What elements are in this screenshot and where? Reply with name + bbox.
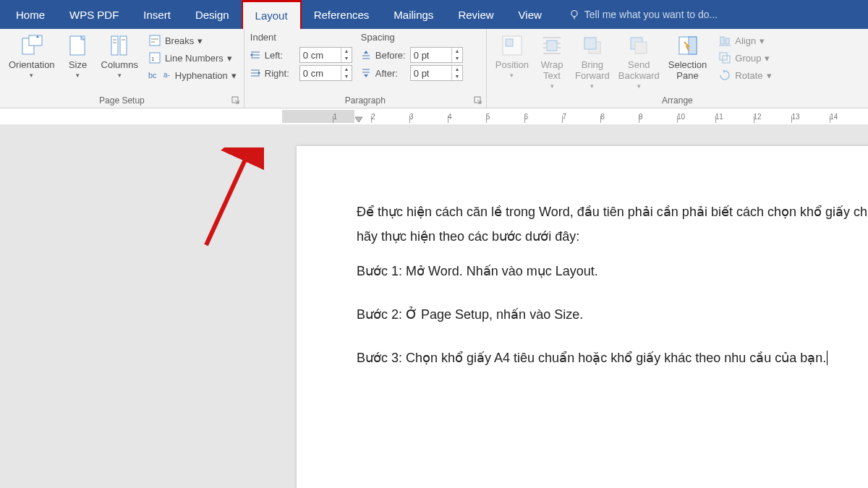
orientation-button[interactable]: Orientation ▾	[4, 32, 59, 80]
spacing-before-input[interactable]	[411, 50, 451, 61]
indent-left-input[interactable]	[300, 50, 341, 61]
ruler-mark: 2	[371, 113, 409, 121]
ribbon-body: Orientation ▾ Size ▾ Columns ▾	[0, 29, 868, 108]
spin-up-icon[interactable]: ▴	[341, 48, 352, 55]
indent-left-spinner[interactable]: ▴▾	[299, 47, 352, 63]
group-paragraph: Indent Left: ▴▾ Right: ▴▾	[244, 29, 487, 108]
tab-design[interactable]: Design	[183, 0, 242, 29]
svg-rect-25	[689, 37, 697, 54]
bring-forward-icon	[580, 33, 605, 58]
page[interactable]: Để thực hiện cách căn lề trong Word, đầu…	[297, 146, 868, 488]
send-backward-button[interactable]: Send Backward ▾	[614, 32, 664, 91]
ruler-mark: 9	[639, 113, 677, 121]
svg-rect-27	[726, 38, 729, 44]
tab-layout[interactable]: Layout	[242, 0, 302, 29]
align-button[interactable]: Align ▾	[715, 33, 774, 48]
doc-paragraph[interactable]: Bước 3: Chọn khổ giấy A4 tiêu chuẩn hoặc…	[357, 348, 868, 369]
group-label-paragraph: Paragraph	[249, 95, 482, 108]
lightbulb-icon	[569, 9, 580, 20]
indent-right-input[interactable]	[300, 68, 341, 79]
tell-me-search[interactable]: Tell me what you want to do...	[554, 0, 718, 29]
position-button[interactable]: Position ▾	[491, 32, 533, 80]
svg-text:1: 1	[151, 56, 155, 62]
tab-mailings[interactable]: Mailings	[381, 0, 446, 29]
tab-references[interactable]: References	[302, 0, 382, 29]
group-page-setup: Orientation ▾ Size ▾ Columns ▾	[0, 29, 244, 108]
dropdown-caret-icon: ▾	[227, 53, 232, 64]
spin-down-icon[interactable]: ▾	[452, 55, 462, 62]
indent-right-spinner[interactable]: ▴▾	[299, 65, 352, 81]
indent-title: Indent	[249, 32, 352, 43]
tab-view[interactable]: View	[506, 0, 554, 29]
doc-paragraph[interactable]: hãy thực hiện theo các bước dưới đây:	[357, 227, 868, 247]
tab-review[interactable]: Review	[446, 0, 506, 29]
doc-paragraph[interactable]: Bước 2: Ở Page Setup, nhấn vào Size.	[357, 305, 868, 325]
spin-up-icon[interactable]: ▴	[452, 66, 462, 73]
group-label-pagesetup: Page Setup	[4, 95, 239, 108]
rotate-button[interactable]: Rotate ▾	[715, 68, 774, 82]
dropdown-caret-icon: ▾	[550, 82, 554, 90]
indent-left-label: Left:	[265, 50, 297, 61]
svg-rect-29	[720, 53, 727, 60]
ruler-mark: 10	[677, 113, 715, 121]
group-label-arrange: Arrange	[491, 95, 864, 108]
spacing-after-spinner[interactable]: ▴▾	[410, 65, 463, 81]
spin-up-icon[interactable]: ▴	[452, 48, 462, 55]
spacing-before-label: Before:	[375, 50, 407, 61]
doc-paragraph[interactable]: Bước 1: Mở Word. Nhấn vào mục Layout.	[357, 262, 868, 282]
ruler-mark: 1	[333, 113, 371, 121]
breaks-button[interactable]: Breaks ▾	[145, 33, 239, 48]
svg-rect-21	[584, 38, 596, 49]
send-backward-icon	[626, 33, 651, 58]
line-numbers-icon: 1	[148, 51, 161, 64]
group-objects-button[interactable]: Group ▾	[715, 51, 774, 65]
dropdown-caret-icon: ▾	[637, 82, 641, 90]
svg-rect-23	[635, 42, 647, 53]
pagesetup-dialog-launcher[interactable]	[231, 95, 241, 106]
spacing-after-input[interactable]	[411, 68, 451, 79]
wrap-text-button[interactable]: Wrap Text ▾	[533, 32, 571, 91]
selection-pane-button[interactable]: Selection Pane	[664, 32, 711, 82]
columns-button[interactable]: Columns ▾	[97, 32, 142, 80]
dropdown-caret-icon: ▾	[760, 35, 765, 46]
svg-rect-19	[547, 40, 557, 51]
spacing-before-spinner[interactable]: ▴▾	[410, 47, 463, 63]
ribbon-tabs: Home WPS PDF Insert Design Layout Refere…	[0, 0, 868, 29]
wrap-text-icon	[540, 33, 564, 58]
ruler[interactable]: 1 2 3 4 5 6 7 8 9 10 11 12 13 14	[0, 108, 868, 124]
line-numbers-button[interactable]: 1 Line Numbers ▾	[145, 51, 239, 65]
dialog-launcher-icon	[231, 96, 240, 105]
align-icon	[718, 34, 731, 47]
tell-me-label: Tell me what you want to do...	[584, 9, 718, 20]
bring-forward-button[interactable]: Bring Forward ▾	[571, 32, 614, 91]
svg-text:bc: bc	[148, 71, 157, 80]
spin-down-icon[interactable]: ▾	[341, 73, 352, 80]
group-icon	[718, 51, 731, 64]
size-icon	[66, 33, 90, 58]
hyphenation-button[interactable]: bc a- Hyphenation ▾	[145, 68, 239, 82]
spin-down-icon[interactable]: ▾	[452, 73, 462, 80]
ruler-mark: 3	[409, 113, 448, 121]
text-cursor	[827, 351, 827, 365]
hyphenation-icon: bc	[148, 69, 161, 82]
tab-home[interactable]: Home	[4, 0, 57, 29]
indent-right-label: Right:	[265, 68, 297, 79]
spacing-after-icon	[359, 67, 373, 80]
document-area[interactable]: Để thực hiện cách căn lề trong Word, đầu…	[0, 124, 868, 488]
position-icon	[500, 33, 524, 58]
dialog-launcher-icon	[474, 96, 482, 105]
tab-wpspdf[interactable]: WPS PDF	[57, 0, 131, 29]
size-button[interactable]: Size ▾	[59, 32, 97, 80]
spin-down-icon[interactable]: ▾	[341, 55, 352, 62]
svg-rect-5	[120, 36, 127, 55]
svg-rect-26	[720, 37, 724, 44]
paragraph-dialog-launcher[interactable]	[473, 95, 483, 106]
tab-insert[interactable]: Insert	[131, 0, 183, 29]
dropdown-caret-icon: ▾	[510, 72, 514, 79]
columns-icon	[107, 33, 132, 58]
rotate-icon	[718, 69, 731, 82]
doc-paragraph[interactable]: Để thực hiện cách căn lề trong Word, đầu…	[357, 202, 868, 223]
ruler-mark: 13	[791, 113, 830, 121]
dropdown-caret-icon: ▾	[767, 70, 772, 81]
spin-up-icon[interactable]: ▴	[341, 66, 352, 73]
